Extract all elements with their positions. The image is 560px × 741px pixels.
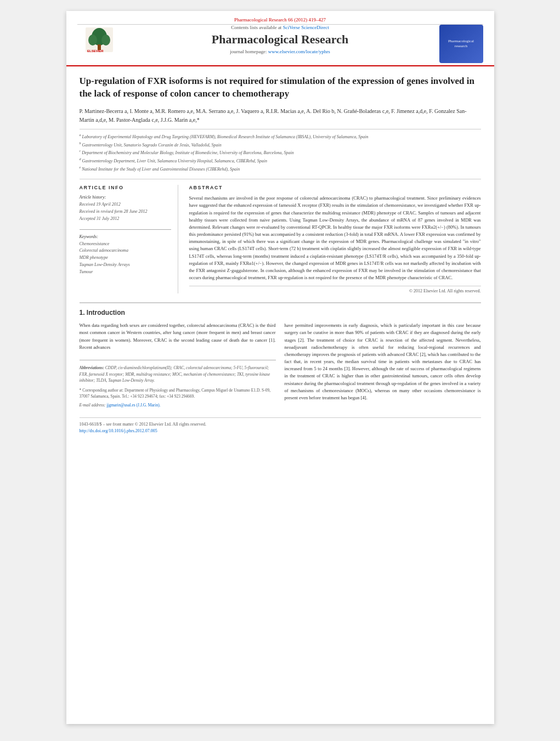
svg-text:ELSEVIER: ELSEVIER	[87, 49, 104, 53]
article-history: Received 19 April 2012 Received in revis…	[80, 201, 171, 222]
affil-a: a Laboratory of Experimental Hepatology …	[80, 133, 481, 140]
affiliations: a Laboratory of Experimental Hepatology …	[80, 129, 481, 172]
journal-badge: Pharmacologicalresearch	[448, 39, 474, 49]
authors-line: P. Martinez-Becerra a, I. Monte a, M.R. …	[80, 107, 481, 125]
svg-point-3	[88, 35, 97, 46]
article-title: Up-regulation of FXR isoforms is not req…	[80, 75, 481, 100]
elsevier-tree-icon: ELSEVIER	[83, 25, 116, 55]
footer-issn: 1043-6618/$ – see front matter © 2012 El…	[80, 421, 207, 428]
article-page: Pharmacological Research 66 (2012) 419–4…	[66, 11, 494, 724]
article-info-heading: ARTICLE INFO	[80, 185, 171, 190]
journal-homepage: journal homepage: www.elsevier.com/locat…	[127, 49, 434, 54]
keyword-5: Tumour	[80, 269, 171, 276]
intro-left-text: When data regarding both sexes are consi…	[80, 322, 276, 351]
keywords-label: Keywords:	[80, 234, 171, 239]
intro-columns: When data regarding both sexes are consi…	[80, 322, 481, 408]
sciverse-line: Contents lists available at SciVerse Sci…	[127, 25, 434, 30]
svg-point-4	[101, 35, 110, 46]
keyword-1: Chemoresistance	[80, 241, 171, 248]
journal-center: Contents lists available at SciVerse Sci…	[121, 25, 439, 54]
email-line: E-mail address: jjgmarin@usal.es (J.J.G.…	[80, 402, 276, 409]
homepage-link[interactable]: www.elsevier.com/locate/yphrs	[268, 49, 330, 54]
header-top: ELSEVIER Contents lists available at Sci…	[77, 25, 483, 63]
article-body: Up-regulation of FXR isoforms is not req…	[66, 66, 494, 443]
article-info-column: ARTICLE INFO Article history: Received 1…	[80, 185, 178, 293]
footer-left: 1043-6618/$ – see front matter © 2012 El…	[80, 421, 207, 434]
history-label: Article history:	[80, 195, 171, 200]
intro-left-col: When data regarding both sexes are consi…	[80, 322, 276, 408]
keyword-2: Colorectal adenocarcinoma	[80, 247, 171, 254]
citation-line: Pharmacological Research 66 (2012) 419–4…	[77, 15, 483, 25]
abbreviations: Abbreviations: CDDP, cis-diaminedichloro…	[80, 365, 276, 384]
affil-d: d Gastroenterology Department, Liver Uni…	[80, 157, 481, 165]
intro-right-text: have permitted improvements in early dia…	[285, 322, 481, 401]
introduction-section: 1. Introduction When data regarding both…	[80, 302, 481, 408]
copyright-line: © 2012 Elsevier Ltd. All rights reserved…	[189, 286, 481, 293]
intro-right-col: have permitted improvements in early dia…	[285, 322, 481, 408]
footer-doi[interactable]: http://dx.doi.org/10.1016/j.phrs.2012.07…	[80, 428, 157, 433]
abstract-column: ABSTRACT Several mechanisms are involved…	[189, 185, 481, 293]
affil-c: c Department of Biochemistry and Molecul…	[80, 149, 481, 156]
article-info-abstract: ARTICLE INFO Article history: Received 1…	[80, 179, 481, 293]
keyword-3: MDR phenotype	[80, 254, 171, 262]
journal-logo-right: Pharmacologicalresearch	[439, 25, 483, 63]
corresponding-author: * Corresponding author at: Department of…	[80, 387, 276, 400]
keywords-list: Chemoresistance Colorectal adenocarcinom…	[80, 241, 171, 276]
affil-b: b Gastroenterology Unit, Sanatorio Sagra…	[80, 141, 481, 149]
journal-header: Pharmacological Research 66 (2012) 419–4…	[66, 11, 494, 66]
sciverse-link[interactable]: SciVerse ScienceDirect	[283, 25, 329, 30]
email-link[interactable]: jjgmarin@usal.es (J.J.G. Marin).	[106, 403, 160, 408]
page-footer: 1043-6618/$ – see front matter © 2012 El…	[80, 417, 481, 434]
abstract-heading: ABSTRACT	[189, 185, 481, 190]
abstract-text: Several mechanisms are involved in the p…	[189, 195, 481, 281]
journal-title-banner: Pharmacological Research	[127, 32, 434, 47]
keyword-4: Taqman Low-Density Arrays	[80, 262, 171, 269]
elsevier-logo: ELSEVIER	[77, 25, 121, 55]
info-divider	[80, 229, 171, 230]
section-title: 1. Introduction	[80, 309, 481, 316]
accepted-date: Accepted 31 July 2012	[80, 216, 171, 223]
footnotes: Abbreviations: CDDP, cis-diaminedichloro…	[80, 360, 276, 409]
revised-date: Received in revised form 28 June 2012	[80, 208, 171, 216]
received-date: Received 19 April 2012	[80, 201, 171, 208]
affil-e: e National Institute for the Study of Li…	[80, 165, 481, 173]
